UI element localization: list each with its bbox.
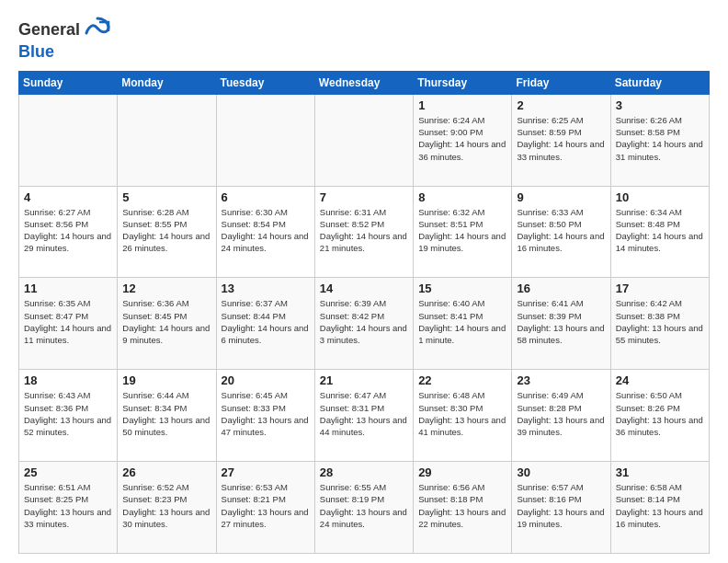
day-detail: Sunrise: 6:34 AMSunset: 8:48 PMDaylight:… [616,206,704,255]
day-number: 12 [122,282,210,295]
calendar-cell: 26Sunrise: 6:52 AMSunset: 8:23 PMDayligh… [118,462,216,554]
weekday-header-monday: Monday [118,71,216,94]
day-number: 4 [24,190,112,204]
day-detail: Sunrise: 6:41 AMSunset: 8:39 PMDaylight:… [517,297,605,346]
calendar-cell: 24Sunrise: 6:50 AMSunset: 8:26 PMDayligh… [610,370,709,462]
calendar-week-1: 1Sunrise: 6:24 AMSunset: 9:00 PMDaylight… [19,94,710,186]
day-number: 28 [320,465,408,479]
day-number: 25 [24,465,112,479]
weekday-header-friday: Friday [512,71,610,94]
day-number: 5 [122,190,210,204]
calendar-cell [314,94,413,186]
day-detail: Sunrise: 6:42 AMSunset: 8:38 PMDaylight:… [616,297,704,346]
calendar-cell: 7Sunrise: 6:31 AMSunset: 8:52 PMDaylight… [314,186,413,278]
day-detail: Sunrise: 6:50 AMSunset: 8:26 PMDaylight:… [616,389,704,438]
day-detail: Sunrise: 6:30 AMSunset: 8:54 PMDaylight:… [222,206,310,255]
weekday-row: SundayMondayTuesdayWednesdayThursdayFrid… [19,71,710,94]
calendar-table: SundayMondayTuesdayWednesdayThursdayFrid… [18,71,710,554]
calendar-cell: 11Sunrise: 6:35 AMSunset: 8:47 PMDayligh… [19,278,118,370]
calendar-cell: 19Sunrise: 6:44 AMSunset: 8:34 PMDayligh… [118,370,216,462]
calendar-cell: 25Sunrise: 6:51 AMSunset: 8:25 PMDayligh… [19,462,118,554]
day-detail: Sunrise: 6:25 AMSunset: 8:59 PMDaylight:… [517,114,605,163]
calendar-cell: 23Sunrise: 6:49 AMSunset: 8:28 PMDayligh… [512,370,610,462]
weekday-header-sunday: Sunday [19,71,118,94]
day-number: 15 [418,282,506,295]
day-number: 14 [320,282,408,295]
logo-general: General [18,20,80,40]
day-number: 13 [222,282,310,295]
logo: General Blue [18,15,112,62]
calendar-cell: 1Sunrise: 6:24 AMSunset: 9:00 PMDaylight… [414,94,512,186]
calendar-cell [19,94,118,186]
day-detail: Sunrise: 6:51 AMSunset: 8:25 PMDaylight:… [24,481,112,530]
day-number: 24 [616,373,704,387]
day-number: 22 [418,373,506,387]
calendar-cell: 6Sunrise: 6:30 AMSunset: 8:54 PMDaylight… [216,186,314,278]
day-detail: Sunrise: 6:56 AMSunset: 8:18 PMDaylight:… [418,481,506,530]
day-detail: Sunrise: 6:35 AMSunset: 8:47 PMDaylight:… [24,297,112,346]
day-number: 18 [24,373,112,387]
page: General Blue SundayMondayTuesdayWednesda… [0,0,728,563]
day-detail: Sunrise: 6:45 AMSunset: 8:33 PMDaylight:… [222,389,310,438]
calendar-cell: 17Sunrise: 6:42 AMSunset: 8:38 PMDayligh… [610,278,709,370]
calendar-cell: 30Sunrise: 6:57 AMSunset: 8:16 PMDayligh… [512,462,610,554]
day-detail: Sunrise: 6:52 AMSunset: 8:23 PMDaylight:… [122,481,210,530]
calendar-week-3: 11Sunrise: 6:35 AMSunset: 8:47 PMDayligh… [19,278,710,370]
day-detail: Sunrise: 6:39 AMSunset: 8:42 PMDaylight:… [320,297,408,346]
day-number: 27 [222,465,310,479]
day-detail: Sunrise: 6:37 AMSunset: 8:44 PMDaylight:… [222,297,310,346]
calendar-cell: 4Sunrise: 6:27 AMSunset: 8:56 PMDaylight… [19,186,118,278]
day-detail: Sunrise: 6:55 AMSunset: 8:19 PMDaylight:… [320,481,408,530]
day-number: 2 [517,98,605,112]
calendar-cell: 16Sunrise: 6:41 AMSunset: 8:39 PMDayligh… [512,278,610,370]
calendar-cell: 10Sunrise: 6:34 AMSunset: 8:48 PMDayligh… [610,186,709,278]
calendar-cell: 2Sunrise: 6:25 AMSunset: 8:59 PMDaylight… [512,94,610,186]
day-number: 16 [517,282,605,295]
day-detail: Sunrise: 6:44 AMSunset: 8:34 PMDaylight:… [122,389,210,438]
weekday-header-wednesday: Wednesday [314,71,413,94]
day-detail: Sunrise: 6:57 AMSunset: 8:16 PMDaylight:… [517,481,605,530]
header: General Blue [18,15,710,62]
calendar-cell: 15Sunrise: 6:40 AMSunset: 8:41 PMDayligh… [414,278,512,370]
calendar-week-4: 18Sunrise: 6:43 AMSunset: 8:36 PMDayligh… [19,370,710,462]
day-number: 10 [616,190,704,204]
calendar-cell: 13Sunrise: 6:37 AMSunset: 8:44 PMDayligh… [216,278,314,370]
day-detail: Sunrise: 6:24 AMSunset: 9:00 PMDaylight:… [418,114,506,163]
day-number: 11 [24,282,112,295]
day-detail: Sunrise: 6:49 AMSunset: 8:28 PMDaylight:… [517,389,605,438]
calendar-cell: 18Sunrise: 6:43 AMSunset: 8:36 PMDayligh… [19,370,118,462]
calendar-cell [118,94,216,186]
calendar-cell: 9Sunrise: 6:33 AMSunset: 8:50 PMDaylight… [512,186,610,278]
day-number: 7 [320,190,408,204]
day-number: 31 [616,465,704,479]
calendar-cell: 14Sunrise: 6:39 AMSunset: 8:42 PMDayligh… [314,278,413,370]
logo-blue: Blue [18,42,112,62]
day-number: 8 [418,190,506,204]
calendar-cell: 27Sunrise: 6:53 AMSunset: 8:21 PMDayligh… [216,462,314,554]
day-detail: Sunrise: 6:33 AMSunset: 8:50 PMDaylight:… [517,206,605,255]
day-number: 3 [616,98,704,112]
day-number: 9 [517,190,605,204]
calendar-cell: 22Sunrise: 6:48 AMSunset: 8:30 PMDayligh… [414,370,512,462]
day-number: 23 [517,373,605,387]
day-detail: Sunrise: 6:26 AMSunset: 8:58 PMDaylight:… [616,114,704,163]
day-number: 30 [517,465,605,479]
calendar-cell: 5Sunrise: 6:28 AMSunset: 8:55 PMDaylight… [118,186,216,278]
day-number: 1 [418,98,506,112]
calendar-week-2: 4Sunrise: 6:27 AMSunset: 8:56 PMDaylight… [19,186,710,278]
day-detail: Sunrise: 6:53 AMSunset: 8:21 PMDaylight:… [222,481,310,530]
weekday-header-saturday: Saturday [610,71,709,94]
calendar-cell: 28Sunrise: 6:55 AMSunset: 8:19 PMDayligh… [314,462,413,554]
day-detail: Sunrise: 6:28 AMSunset: 8:55 PMDaylight:… [122,206,210,255]
weekday-header-thursday: Thursday [414,71,512,94]
calendar-cell [216,94,314,186]
day-number: 19 [122,373,210,387]
day-number: 17 [616,282,704,295]
day-detail: Sunrise: 6:36 AMSunset: 8:45 PMDaylight:… [122,297,210,346]
day-detail: Sunrise: 6:32 AMSunset: 8:51 PMDaylight:… [418,206,506,255]
day-detail: Sunrise: 6:43 AMSunset: 8:36 PMDaylight:… [24,389,112,438]
day-number: 20 [222,373,310,387]
day-detail: Sunrise: 6:47 AMSunset: 8:31 PMDaylight:… [320,389,408,438]
calendar-body: 1Sunrise: 6:24 AMSunset: 9:00 PMDaylight… [19,94,710,553]
calendar-cell: 29Sunrise: 6:56 AMSunset: 8:18 PMDayligh… [414,462,512,554]
